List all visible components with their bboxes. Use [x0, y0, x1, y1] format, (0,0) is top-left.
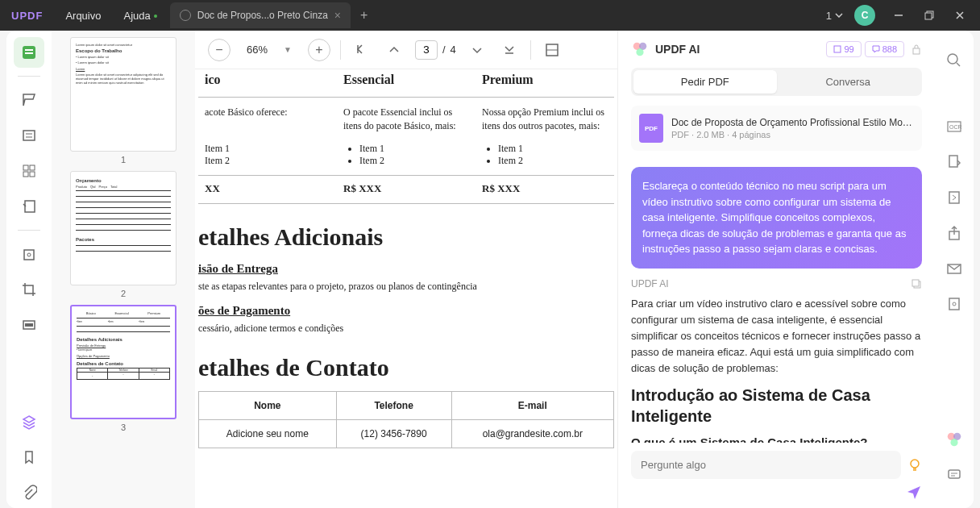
ai-logo-icon [631, 40, 649, 58]
comment-tool[interactable] [14, 85, 44, 115]
svg-rect-40 [949, 298, 959, 310]
minimize-button[interactable] [885, 4, 912, 27]
crop-tool[interactable] [14, 274, 44, 305]
ai-doc-meta: PDF · 2.0 MB · 4 páginas [671, 130, 914, 139]
price-premium: R$ XXX [475, 182, 614, 195]
page-thumbnail-1[interactable]: Lorem ipsum dolor sit amet consectetur E… [70, 37, 176, 152]
svg-rect-4 [25, 49, 33, 51]
menu-file[interactable]: Arquivo [54, 10, 112, 22]
tab-chat[interactable]: Conversa [777, 70, 920, 94]
print-tool[interactable] [944, 294, 965, 314]
credits-badge-1[interactable]: 99 [826, 41, 861, 57]
separator [530, 40, 531, 60]
form-tool[interactable] [14, 191, 44, 222]
hint-icon[interactable] [907, 458, 922, 473]
subtext-payment: cessário, adicione termos e condições [198, 323, 614, 335]
feedback-tool[interactable] [944, 464, 965, 485]
document-content[interactable]: ico Essencial Premium acote Básico ofere… [195, 69, 617, 508]
credits-badge-2[interactable]: 888 [865, 41, 904, 57]
page-thumbnail-3[interactable]: BásicoEssencialPremium •Item•Item•Item D… [70, 305, 176, 419]
ai-doc-card[interactable]: PDF Doc de Proposta de Orçamento Profiss… [631, 106, 922, 151]
copy-icon[interactable] [911, 278, 922, 289]
share-tool[interactable] [944, 223, 965, 244]
chat-icon [872, 45, 880, 53]
zoom-dropdown-icon[interactable]: ▼ [284, 45, 292, 54]
contact-header-name: Nome [199, 391, 337, 419]
new-tab-button[interactable]: + [360, 8, 368, 23]
svg-rect-25 [834, 46, 841, 52]
svg-rect-14 [24, 250, 34, 260]
page-indicator: / 4 [415, 40, 456, 60]
list-item: Item 1 [498, 143, 608, 155]
contact-name: Adicione seu nome [199, 419, 337, 448]
update-dot-icon [154, 15, 157, 18]
reader-tool[interactable] [14, 37, 44, 68]
maximize-button[interactable] [916, 4, 943, 27]
page-3: ico Essencial Premium acote Básico ofere… [195, 69, 617, 508]
contact-email: ola@grandesite.com.br [451, 419, 613, 448]
protect-tool[interactable] [14, 239, 44, 269]
close-tab-icon[interactable]: × [334, 9, 341, 22]
list-item: Item 2 [498, 155, 608, 167]
page-thumbnail-2[interactable]: Orçamento ProdutoQtdPreçoTotal Pacotes [70, 171, 176, 285]
svg-rect-2 [925, 13, 932, 19]
main-area: Lorem ipsum dolor sit amet consectetur E… [6, 31, 974, 508]
svg-rect-36 [949, 156, 957, 167]
redact-tool[interactable] [14, 310, 44, 340]
bookmark-tool[interactable] [14, 442, 44, 473]
document-area: − 66% ▼ + / 4 ico Essencial Premium [195, 31, 617, 508]
svg-rect-45 [949, 470, 960, 478]
window-count-value: 1 [826, 10, 832, 22]
lock-icon[interactable] [911, 44, 922, 55]
ai-subheading: O que é um Sistema de Casa Inteligente? [631, 433, 922, 443]
prev-page-button[interactable] [383, 39, 405, 61]
send-button[interactable] [906, 484, 922, 500]
zoom-value[interactable]: 66% [240, 44, 274, 56]
last-page-button[interactable] [498, 39, 521, 61]
svg-rect-17 [25, 323, 33, 327]
svg-rect-26 [913, 48, 920, 54]
view-mode-button[interactable] [541, 39, 563, 61]
edit-tool[interactable] [14, 120, 44, 151]
pkg-header-premium: Premium [475, 73, 614, 87]
ai-response-header: UPDF AI [618, 275, 935, 293]
zoom-out-button[interactable]: − [208, 39, 230, 61]
email-tool[interactable] [944, 258, 965, 279]
close-window-button[interactable] [946, 4, 974, 27]
layers-tool[interactable] [14, 406, 44, 437]
document-tab[interactable]: Doc de Propos...o Preto Cinza × [170, 2, 351, 28]
next-page-button[interactable] [466, 39, 488, 61]
compress-tool[interactable] [944, 187, 965, 208]
current-page-input[interactable] [415, 40, 438, 60]
ai-doc-name: Doc de Proposta de Orçamento Profissiona… [671, 117, 914, 128]
window-count[interactable]: 1 [826, 10, 843, 22]
svg-point-32 [948, 54, 957, 64]
ai-header: UPDF AI 99 888 [618, 31, 935, 68]
svg-text:OCR: OCR [949, 124, 962, 130]
attachment-tool[interactable] [14, 477, 44, 508]
svg-rect-12 [30, 172, 35, 177]
ai-toggle-icon[interactable] [944, 429, 965, 450]
ai-prompt-input[interactable] [631, 451, 901, 479]
convert-tool[interactable] [944, 152, 965, 173]
svg-point-24 [636, 48, 643, 56]
ai-panel: UPDF AI 99 888 Pedir PDF Conversa PDF Do… [617, 31, 935, 508]
first-page-button[interactable] [351, 39, 373, 61]
thumb-number: 3 [121, 423, 126, 432]
user-avatar[interactable]: C [854, 5, 875, 26]
separator [340, 40, 341, 60]
search-tool[interactable] [944, 50, 965, 71]
tab-ask-pdf[interactable]: Pedir PDF [633, 70, 777, 94]
section-title-contact: etalhes de Contato [198, 354, 614, 381]
menu-help[interactable]: Ajuda [112, 10, 161, 22]
thumb-number: 1 [121, 155, 126, 164]
svg-point-29 [911, 460, 919, 468]
window-controls: 1 C [826, 4, 980, 27]
pkg-desc-essential: O pacote Essencial inclui os itens do pa… [337, 106, 475, 133]
page-tool[interactable] [14, 156, 44, 186]
subtitle-payment: ões de Pagamento [198, 304, 614, 318]
menu-help-label: Ajuda [123, 10, 150, 22]
ocr-tool[interactable]: OCR [944, 116, 965, 137]
ai-input-area [618, 443, 935, 508]
zoom-in-button[interactable]: + [308, 39, 330, 61]
